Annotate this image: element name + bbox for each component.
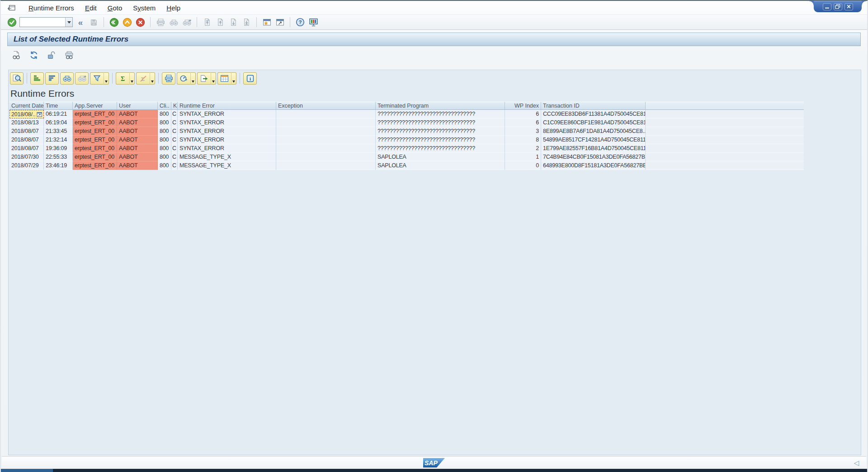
cell-exception[interactable] [276,127,376,136]
close-button[interactable] [844,3,853,10]
cell-terminated_program[interactable]: ???????????????????????????????? [376,110,505,118]
cell-app_server[interactable]: erptest_ERT_00 [73,110,117,118]
cell-transaction_id[interactable]: 8E899AE8B7A6F1DA81A4D750045CE8.. [541,127,646,136]
cell-wp_index[interactable]: 6 [505,110,541,118]
cell-runtime_error[interactable]: MESSAGE_TYPE_X [178,153,276,161]
cell-transaction_id[interactable]: 1E799AE82557F16B81A4D750045CE811 [541,144,646,153]
cell-time[interactable]: 22:55:33 [44,153,73,161]
cell-time[interactable]: 23:46:19 [44,161,73,170]
cell-terminated_program[interactable]: SAPLOLEA [376,153,505,161]
page-down-button[interactable] [228,16,239,28]
minimize-button[interactable] [823,3,831,10]
cell-terminated_program[interactable]: ???????????????????????????????? [376,118,505,127]
menu-item-help[interactable]: Help [161,3,186,13]
column-header-terminated-program[interactable]: Terminated Program [376,102,505,110]
find-button[interactable] [168,16,179,28]
cell-app_server[interactable]: erptest_ERT_00 [73,127,117,136]
cell-terminated_program[interactable]: ???????????????????????????????? [376,127,505,136]
set-filter-button[interactable] [90,72,104,85]
cell-runtime_error[interactable]: SYNTAX_ERROR [178,110,276,118]
column-header-time[interactable]: Time [44,102,73,110]
cell-k[interactable]: C [171,136,178,144]
cell-client[interactable]: 800 [158,144,171,153]
cell-app_server[interactable]: erptest_ERT_00 [73,161,117,170]
command-field-dropdown-button[interactable] [65,18,72,27]
cell-wp_index[interactable]: 0 [505,161,541,170]
views-button[interactable] [177,72,190,85]
cell-current_date[interactable]: 2018/07/30 [9,153,44,161]
cell-transaction_id[interactable]: 54899AE8517CF14281A4D750045CE811 [541,136,646,144]
cell-current_date[interactable]: 2018/08/13 [9,118,44,127]
print-button[interactable] [155,16,166,28]
cell-app_server[interactable]: erptest_ERT_00 [73,118,117,127]
cell-exception[interactable] [276,110,376,118]
cell-client[interactable]: 800 [158,110,171,118]
total-button[interactable]: Σ [116,72,129,85]
cell-transaction_id[interactable]: C1C09EE860CBF1E981A4D750045CE811 [541,118,646,127]
cell-exception[interactable] [276,136,376,144]
column-header-current-date[interactable]: Current Date [9,102,44,110]
cell-app_server[interactable]: erptest_ERT_00 [73,144,117,153]
cell-client[interactable]: 800 [158,161,171,170]
enter-button[interactable] [6,16,17,28]
cell-terminated_program[interactable]: ???????????????????????????????? [376,136,505,144]
cell-k[interactable]: C [171,110,178,118]
cell-user[interactable]: AABOT [117,153,158,161]
menu-item-goto[interactable]: Goto [102,3,128,13]
sort-descending-button[interactable] [45,72,59,85]
new-session-button[interactable] [261,16,272,28]
cell-wp_index[interactable]: 2 [505,144,541,153]
cell-time[interactable]: 21:32:14 [44,136,73,144]
cell-transaction_id[interactable]: 648993E800D8F15181A3DE0FA56827BB [541,161,646,170]
restore-button[interactable] [834,3,842,10]
cell-runtime_error[interactable]: SYNTAX_ERROR [178,118,276,127]
statusbar-expand-icon[interactable]: ◁ [854,459,859,467]
subtotal-button[interactable]: Σ [136,72,150,85]
cell-wp_index[interactable]: 1 [505,153,541,161]
column-header-runtime-error[interactable]: Runtime Error [178,102,276,110]
menu-item-runtime-errors[interactable]: Runtime Errors [23,3,80,13]
system-menu-icon[interactable] [7,4,16,12]
cell-k[interactable]: C [171,161,178,170]
total-dropdown-button[interactable] [129,72,135,85]
cancel-button[interactable] [135,16,146,28]
column-header-user[interactable]: User [117,102,158,110]
cell-client[interactable]: 800 [158,153,171,161]
cell-client[interactable]: 800 [158,118,171,127]
find-next-button[interactable] [181,16,192,28]
print-preview-button[interactable] [64,50,75,61]
choose-layout-dropdown-button[interactable] [231,72,236,85]
cell-transaction_id[interactable]: 7C4B94E84CB0F15081A3DE0FA56827BB [541,153,646,161]
cell-runtime_error[interactable]: MESSAGE_TYPE_X [178,161,276,170]
cell-k[interactable]: C [171,144,178,153]
cell-app_server[interactable]: erptest_ERT_00 [73,153,117,161]
cell-wp_index[interactable]: 6 [505,118,541,127]
cell-terminated_program[interactable]: ???????????????????????????????? [376,144,505,153]
subtotal-dropdown-button[interactable] [150,72,155,85]
help-button[interactable]: ? [295,16,306,28]
cell-exception[interactable] [276,153,376,161]
sort-ascending-button[interactable] [30,72,44,85]
column-header-exception[interactable]: Exception [276,102,376,110]
info-button[interactable]: i [243,72,257,85]
column-header-transaction-id[interactable]: Transaction ID [541,102,646,110]
cell-user[interactable]: AABOT [117,118,158,127]
cell-current_date[interactable]: 2018/07/29 [9,161,44,170]
page-up-button[interactable] [215,16,226,28]
command-field-input[interactable] [20,18,65,26]
cell-time[interactable]: 06:19:21 [44,110,73,118]
cell-user[interactable]: AABOT [117,144,158,153]
column-header-cli[interactable]: Cli.. [158,102,171,110]
cell-terminated_program[interactable]: SAPLOLEA [376,161,505,170]
cell-wp_index[interactable]: 3 [505,127,541,136]
cell-runtime_error[interactable]: SYNTAX_ERROR [178,136,276,144]
cell-current_date[interactable]: 2018/08/07 [9,136,44,144]
cell-user[interactable]: AABOT [117,161,158,170]
cell-runtime_error[interactable]: SYNTAX_ERROR [178,127,276,136]
cell-current_date[interactable]: 2018/08/07 [9,144,44,153]
cell-current_date[interactable]: 2018/08/07 [9,127,44,136]
save-button[interactable] [88,16,99,28]
column-header-app-server[interactable]: App.Server [73,102,117,110]
collapse-command-field-button[interactable]: « [75,16,86,28]
cell-user[interactable]: AABOT [117,127,158,136]
